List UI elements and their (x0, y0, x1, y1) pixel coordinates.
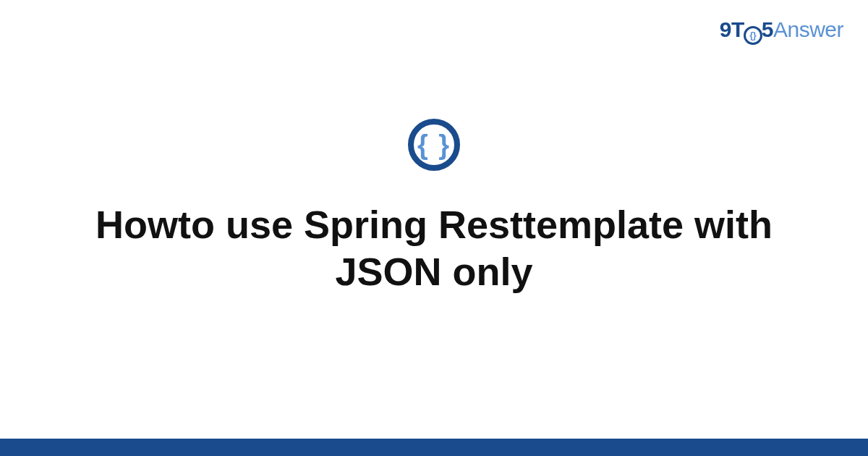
logo-braces-circle-icon: {} (744, 26, 762, 45)
json-braces-icon: { } (408, 119, 460, 171)
logo-text-5: 5 (762, 17, 773, 41)
footer-bar (0, 439, 868, 456)
main-content: { } Howto use Spring Resttemplate with J… (0, 119, 868, 295)
site-logo: 9T{}5Answer (720, 17, 843, 45)
braces-glyph: { } (417, 131, 451, 159)
logo-text-answer: Answer (773, 17, 843, 41)
logo-braces-glyph: {} (749, 30, 756, 41)
logo-text-9t: 9T (720, 17, 744, 41)
page-title: Howto use Spring Resttemplate with JSON … (0, 201, 868, 295)
